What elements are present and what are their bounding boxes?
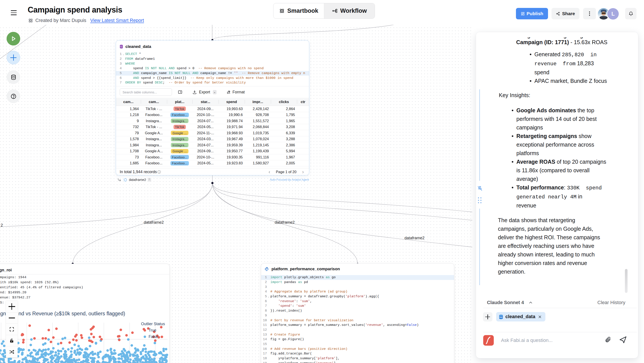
svg-text:SQL: SQL <box>120 46 123 48</box>
svg-text:SQL: SQL <box>500 316 502 318</box>
